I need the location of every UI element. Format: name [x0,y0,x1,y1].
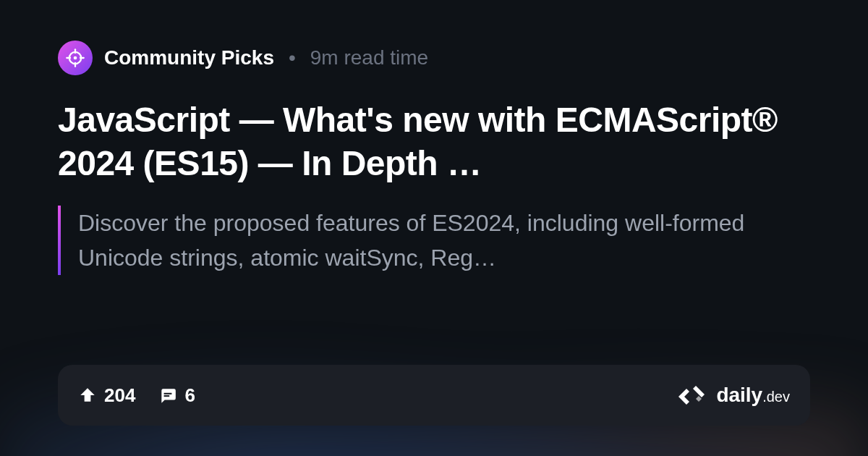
read-time: 9m read time [310,46,428,69]
description-block: Discover the proposed features of ES2024… [58,206,810,275]
crosshair-icon [65,48,85,68]
brand-text: daily.dev [716,384,790,407]
article-card: Community Picks • 9m read time JavaScrip… [0,0,868,275]
upvote-stat[interactable]: 204 [78,384,135,407]
stats-group: 204 6 [78,384,195,407]
brand-name: daily [716,384,762,407]
article-description: Discover the proposed features of ES2024… [78,206,810,275]
source-avatar[interactable] [58,41,93,75]
source-name[interactable]: Community Picks [104,46,274,69]
footer-bar: 204 6 daily.dev [58,365,810,426]
svg-point-1 [74,56,77,60]
comment-icon [158,386,177,405]
separator-dot: • [289,46,296,69]
upvote-count: 204 [104,384,135,407]
svg-rect-7 [164,395,170,397]
brand-logo-icon [678,379,707,411]
brand[interactable]: daily.dev [678,379,790,411]
article-title[interactable]: JavaScript — What's new with ECMAScript®… [58,98,810,185]
comment-count: 6 [184,384,195,407]
upvote-icon [78,386,97,405]
svg-rect-6 [164,393,172,394]
card-header: Community Picks • 9m read time [58,41,810,75]
brand-suffix: .dev [762,389,790,405]
comment-stat[interactable]: 6 [158,384,195,407]
